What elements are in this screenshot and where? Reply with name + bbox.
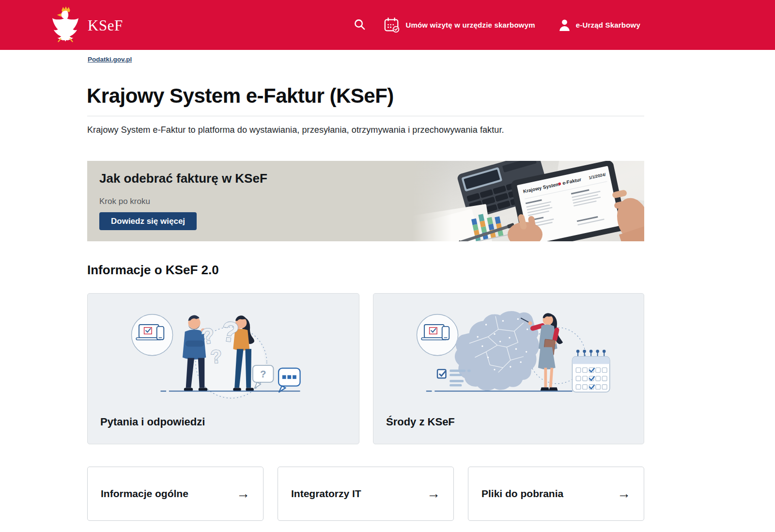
polish-eagle-icon xyxy=(51,6,79,43)
info-card-title: Pytania i odpowiedzi xyxy=(100,416,205,428)
map-illustration xyxy=(373,297,644,409)
learn-more-button[interactable]: Dowiedz się więcej xyxy=(99,212,197,230)
search-button[interactable] xyxy=(353,18,366,31)
card-pytania-i-odpowiedzi[interactable]: ? ? ? ? Pytania i odpowiedzi xyxy=(87,293,359,444)
arrow-right-icon: → xyxy=(236,487,250,501)
arrow-right-icon: → xyxy=(617,487,631,501)
calendar-check-icon xyxy=(384,17,400,33)
banner-jak-odebrac: Krajowy System e-Faktur 1/1/2024/ Jak od… xyxy=(87,161,644,241)
home-logo-link[interactable]: KSeF xyxy=(51,6,123,43)
breadcrumb-link-podatki[interactable]: Podatki.gov.pl xyxy=(88,56,132,63)
question-mark-glyph: ? xyxy=(210,345,223,367)
dots-bubble-icon xyxy=(279,368,300,392)
arrow-right-icon: → xyxy=(427,487,440,501)
user-icon xyxy=(558,18,571,31)
section-heading-ksef20: Informacje o KSeF 2.0 xyxy=(87,263,219,278)
banner-subtitle: Krok po kroku xyxy=(99,197,150,206)
poland-map-graphic xyxy=(455,311,539,391)
link-card-informacje-ogolne[interactable]: Informacje ogólne → xyxy=(87,467,264,521)
link-card-label: Informacje ogólne xyxy=(101,488,188,500)
page-title: Krajowy System e-Faktur (KSeF) xyxy=(87,84,394,108)
bubble-question-mark: ? xyxy=(260,369,266,379)
link-card-integratorzy-it[interactable]: Integratorzy IT → xyxy=(278,467,454,521)
devices-badge-icon xyxy=(132,314,173,356)
search-icon xyxy=(353,18,366,31)
app-header: KSeF Umów wizytę w urzędzie skarbowym xyxy=(0,0,775,50)
header-link-visit[interactable]: Umów wizytę w urzędzie skarbowym xyxy=(384,17,535,33)
visit-link-label: Umów wizytę w urzędzie skarbowym xyxy=(405,21,535,29)
calendar-graphic xyxy=(572,350,609,392)
qa-illustration: ? ? ? ? xyxy=(88,297,359,409)
link-card-pliki-do-pobrania[interactable]: Pliki do pobrania → xyxy=(468,467,644,521)
banner-title: Jak odebrać fakturę w KSeF xyxy=(99,171,267,186)
info-card-title: Środy z KSeF xyxy=(386,416,455,428)
question-bubble-icon: ? xyxy=(253,365,274,388)
page-intro: Krajowy System e-Faktur to platforma do … xyxy=(87,125,504,135)
header-link-eurzad[interactable]: e-Urząd Skarbowy xyxy=(558,18,640,31)
eurzad-link-label: e-Urząd Skarbowy xyxy=(576,21,640,29)
title-divider xyxy=(87,116,644,116)
link-card-label: Integratorzy IT xyxy=(291,488,361,500)
logo-text: KSeF xyxy=(88,17,123,34)
banner-photo-fade xyxy=(413,161,451,241)
devices-badge-icon xyxy=(417,314,458,356)
link-card-label: Pliki do pobrania xyxy=(481,488,563,500)
card-srody-z-ksef[interactable]: Środy z KSeF xyxy=(373,293,644,444)
header-actions: Umów wizytę w urzędzie skarbowym e-Urząd… xyxy=(353,0,640,50)
